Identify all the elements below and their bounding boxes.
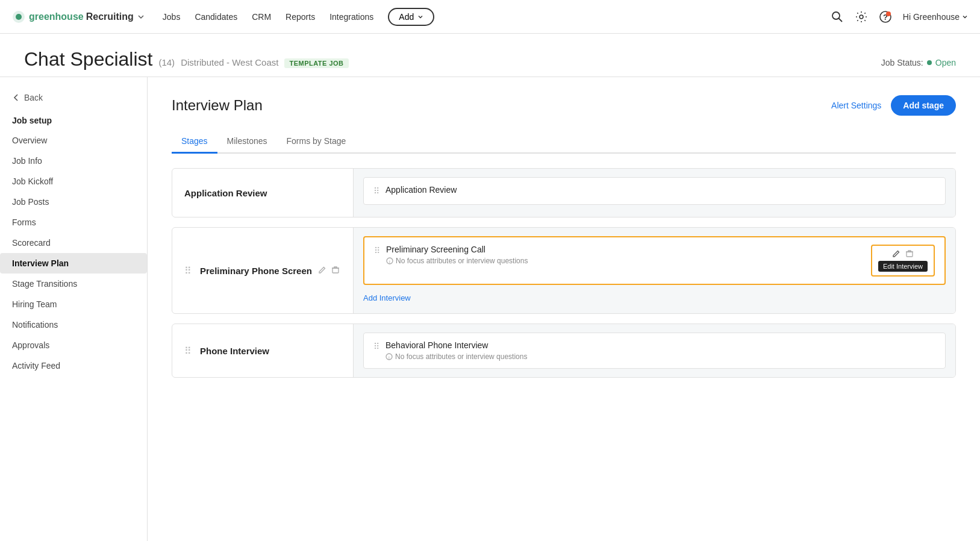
edit-interview-btn-wrap: Edit Interview <box>871 245 935 277</box>
interview-name: Application Review <box>385 185 457 195</box>
settings-icon-wrap[interactable] <box>855 10 868 23</box>
drag-handle-icon-3: ⠿ <box>373 342 379 351</box>
nav-reports[interactable]: Reports <box>286 12 315 22</box>
stage-name-preliminary: Preliminary Phone Screen <box>200 266 312 276</box>
stage-label-col-2: ⠿ Preliminary Phone Screen <box>172 228 353 313</box>
section-title: Interview Plan <box>172 97 263 114</box>
add-stage-button[interactable]: Add stage <box>891 95 956 116</box>
sidebar-section-label: Job setup <box>0 111 147 130</box>
add-button[interactable]: Add <box>388 8 434 26</box>
stage-interviews-col: ⠿ Application Review <box>353 169 955 217</box>
sidebar-item-approvals[interactable]: Approvals <box>0 335 147 355</box>
stage-phone-interview: ⠿ Phone Interview ⠿ Behavioral Phone Int… <box>172 324 956 378</box>
tabs: Stages Milestones Forms by Stage <box>172 130 956 154</box>
sidebar-item-interview-plan[interactable]: Interview Plan <box>0 253 147 274</box>
job-status: Job Status: Open <box>881 58 956 67</box>
nav-candidates[interactable]: Candidates <box>195 12 237 22</box>
page-count: (14) <box>158 57 175 67</box>
edit-interview-pencil-icon[interactable] <box>892 249 900 260</box>
stage-edit-icons <box>318 266 340 276</box>
sidebar-item-forms[interactable]: Forms <box>0 212 147 233</box>
stage-preliminary-phone-screen: ⠿ Preliminary Phone Screen <box>172 227 956 314</box>
sidebar-item-overview[interactable]: Overview <box>0 130 147 151</box>
page-location: Distributed - West Coast <box>181 57 278 67</box>
stage-drag-handle-icon-3: ⠿ <box>184 345 192 357</box>
sidebar-item-activity-feed[interactable]: Activity Feed <box>0 355 147 376</box>
nav-integrations[interactable]: Integrations <box>329 12 373 22</box>
drag-handle-icon: ⠿ <box>373 186 379 196</box>
sidebar-item-hiring-team[interactable]: Hiring Team <box>0 294 147 314</box>
tab-milestones[interactable]: Milestones <box>217 130 277 154</box>
search-icon-wrap[interactable] <box>831 10 844 23</box>
interview-item-highlighted: ⠿ Preliminary Screening Call i No focus … <box>363 236 946 285</box>
tab-forms-by-stage[interactable]: Forms by Stage <box>277 130 356 154</box>
delete-stage-icon[interactable] <box>331 266 340 276</box>
logo[interactable]: greenhouse Recruiting <box>12 10 145 23</box>
info-icon-2: i <box>385 353 393 360</box>
svg-rect-7 <box>332 268 339 273</box>
notification-dot <box>886 11 891 16</box>
interview-item-phone: ⠿ Behavioral Phone Interview i No focus … <box>363 333 946 369</box>
stage-name-phone-interview: Phone Interview <box>200 346 269 356</box>
stage-label-col-3: ⠿ Phone Interview <box>172 324 353 377</box>
interview-meta-behavioral: i No focus attributes or interview quest… <box>385 352 527 361</box>
section-actions: Alert Settings Add stage <box>831 95 956 116</box>
interview-name-behavioral: Behavioral Phone Interview <box>385 340 527 350</box>
interview-item: ⠿ Application Review <box>363 177 946 205</box>
stage-interviews-col-2: ⠿ Preliminary Screening Call i No focus … <box>353 228 955 313</box>
page-title: Chat Specialist <box>24 48 152 70</box>
section-header: Interview Plan Alert Settings Add stage <box>172 95 956 116</box>
interview-name-screening: Preliminary Screening Call <box>386 245 528 254</box>
delete-interview-icon[interactable] <box>905 249 914 260</box>
edit-stage-icon[interactable] <box>318 266 326 276</box>
sidebar-item-job-posts[interactable]: Job Posts <box>0 192 147 212</box>
svg-point-4 <box>860 15 863 19</box>
info-icon: i <box>386 257 393 264</box>
sidebar-item-scorecard[interactable]: Scorecard <box>0 233 147 253</box>
stage-name-application-review: Application Review <box>184 188 267 198</box>
user-menu[interactable]: Hi Greenhouse <box>903 12 968 22</box>
search-icon <box>831 10 844 23</box>
page-header: Chat Specialist (14) Distributed - West … <box>0 34 980 77</box>
svg-rect-10 <box>907 252 913 257</box>
nav-crm[interactable]: CRM <box>252 12 271 22</box>
stage-drag-handle-icon: ⠿ <box>184 265 192 277</box>
svg-point-2 <box>832 12 840 19</box>
sidebar-item-job-info[interactable]: Job Info <box>0 151 147 171</box>
svg-text:i: i <box>389 355 390 360</box>
main-layout: Back Job setup Overview Job Info Job Kic… <box>0 77 980 541</box>
edit-interview-highlight: Edit Interview <box>871 245 935 277</box>
back-link[interactable]: Back <box>0 89 147 111</box>
nav-jobs[interactable]: Jobs <box>163 12 181 22</box>
stage-interviews-col-3: ⠿ Behavioral Phone Interview i No focus … <box>353 324 955 377</box>
sidebar: Back Job setup Overview Job Info Job Kic… <box>0 77 148 541</box>
drag-handle-icon-2: ⠿ <box>374 246 380 255</box>
edit-interview-label[interactable]: Edit Interview <box>878 261 928 272</box>
nav-links: Jobs Candidates CRM Reports Integrations… <box>163 8 831 26</box>
top-navigation: greenhouse Recruiting Jobs Candidates CR… <box>0 0 980 34</box>
svg-text:i: i <box>389 259 390 264</box>
sidebar-item-notifications[interactable]: Notifications <box>0 314 147 335</box>
alert-settings-link[interactable]: Alert Settings <box>831 101 881 110</box>
sidebar-item-job-kickoff[interactable]: Job Kickoff <box>0 171 147 192</box>
svg-line-3 <box>838 18 842 22</box>
template-badge: TEMPLATE JOB <box>284 58 348 68</box>
stage-application-review: Application Review ⠿ Application Review <box>172 168 956 217</box>
sidebar-item-stage-transitions[interactable]: Stage Transitions <box>0 274 147 294</box>
help-icon-wrap[interactable]: ? <box>879 10 892 23</box>
interview-meta: i No focus attributes or interview quest… <box>386 257 528 265</box>
main-content: Interview Plan Alert Settings Add stage … <box>148 77 980 541</box>
gear-icon <box>855 10 868 23</box>
add-interview-link[interactable]: Add Interview <box>363 291 946 305</box>
stage-label-col: Application Review <box>172 169 353 217</box>
tab-stages[interactable]: Stages <box>172 130 217 154</box>
topnav-right: ? Hi Greenhouse <box>831 10 968 23</box>
status-dot <box>927 60 932 65</box>
svg-point-1 <box>16 14 22 20</box>
